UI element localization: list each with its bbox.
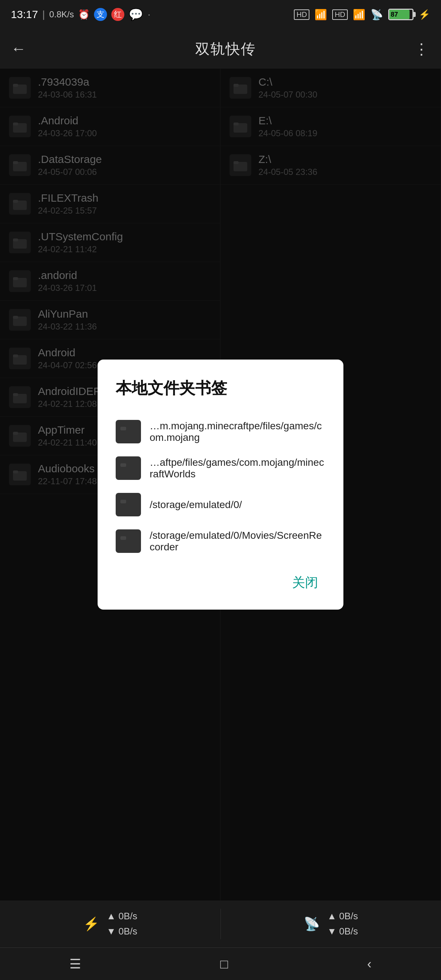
battery-icon: 87 [388, 9, 414, 20]
status-divider: | [42, 9, 45, 20]
app-icon-red: 红 [111, 8, 124, 21]
dialog-items-list: …m.mojang.minecraftpe/files/games/com.mo… [116, 414, 325, 559]
svg-rect-40 [120, 427, 126, 430]
battery-label: 87 [391, 11, 398, 18]
signal-icon: 📶 [314, 9, 327, 21]
app-bar: ← 双轨快传 ⋮ [0, 29, 441, 68]
app-title: 双轨快传 [37, 39, 414, 59]
svg-rect-46 [120, 536, 126, 540]
left-transfer-pane: ⚡ ▲ 0B/s ▼ 0B/s [0, 909, 221, 939]
back-button[interactable]: ← [11, 40, 26, 57]
bookmark-folder-icon [116, 493, 141, 516]
svg-rect-44 [120, 500, 126, 503]
alarm-icon: ⏰ [78, 9, 90, 20]
left-transfer-info: ▲ 0B/s ▼ 0B/s [107, 909, 137, 939]
bookmark-dialog: 本地文件夹书签 …m.mojang.minecraftpe/files/game… [97, 360, 343, 609]
bookmark-path: /storage/emulated/0/Movies/ScreenRecorde… [150, 530, 325, 553]
bookmark-folder-icon [116, 420, 141, 443]
status-right: HD 📶 HD 📶 📡 87 ⚡ [294, 9, 430, 21]
status-speed: 0.8K/s [49, 10, 74, 19]
status-bar: 13:17 | 0.8K/s ⏰ 支 红 💬 · HD 📶 HD 📶 📡 87 … [0, 0, 441, 29]
bookmark-item[interactable]: …aftpe/files/games/com.mojang/minecraftW… [116, 450, 325, 487]
file-area: .7934039a 24-03-06 16:31 .Android 24-03-… [0, 68, 441, 900]
alipay-icon: 支 [94, 8, 107, 21]
wifi-status-icon: 📡 [304, 916, 320, 932]
wifi-icon: 📡 [371, 9, 383, 21]
nav-menu-button[interactable]: ☰ [55, 953, 96, 975]
signal-icon2: 📶 [353, 9, 365, 21]
bookmark-item[interactable]: /storage/emulated/0/Movies/ScreenRecorde… [116, 523, 325, 559]
usb-icon: ⚡ [83, 916, 99, 932]
close-button[interactable]: 关闭 [285, 570, 325, 595]
bookmark-item[interactable]: …m.mojang.minecraftpe/files/games/com.mo… [116, 414, 325, 450]
bookmark-path: …m.mojang.minecraftpe/files/games/com.mo… [150, 420, 325, 443]
svg-rect-42 [120, 463, 126, 467]
wechat-icon: 💬 [129, 8, 143, 21]
battery-tip [414, 12, 416, 17]
bookmark-item[interactable]: /storage/emulated/0/ [116, 487, 325, 523]
dialog-title: 本地文件夹书签 [116, 378, 325, 399]
right-transfer-info: ▲ 0B/s ▼ 0B/s [327, 909, 358, 939]
status-left: 13:17 | 0.8K/s ⏰ 支 红 💬 · [11, 8, 150, 21]
bookmark-folder-icon [116, 457, 141, 480]
dialog-overlay: 本地文件夹书签 …m.mojang.minecraftpe/files/game… [0, 68, 441, 900]
charging-icon: ⚡ [419, 9, 430, 20]
left-upload: ▲ 0B/s [107, 909, 137, 924]
right-download: ▼ 0B/s [327, 924, 358, 939]
right-upload: ▲ 0B/s [327, 909, 358, 924]
nav-home-button[interactable]: □ [206, 953, 242, 975]
hd-label: HD [294, 10, 309, 20]
menu-button[interactable]: ⋮ [414, 40, 430, 58]
left-download: ▼ 0B/s [107, 924, 137, 939]
status-time: 13:17 [11, 8, 38, 21]
dialog-close-row: 关闭 [116, 570, 325, 595]
right-transfer-pane: 📡 ▲ 0B/s ▼ 0B/s [221, 909, 441, 939]
nav-bar: ☰ □ ‹ [0, 948, 441, 980]
dot-icon: · [148, 9, 150, 20]
hd-label2: HD [332, 10, 348, 20]
bookmark-path: /storage/emulated/0/ [150, 499, 242, 511]
nav-back-button[interactable]: ‹ [353, 953, 386, 975]
bottom-bar: ⚡ ▲ 0B/s ▼ 0B/s 📡 ▲ 0B/s ▼ 0B/s [0, 900, 441, 948]
bookmark-folder-icon [116, 530, 141, 553]
bookmark-path: …aftpe/files/games/com.mojang/minecraftW… [150, 457, 325, 480]
